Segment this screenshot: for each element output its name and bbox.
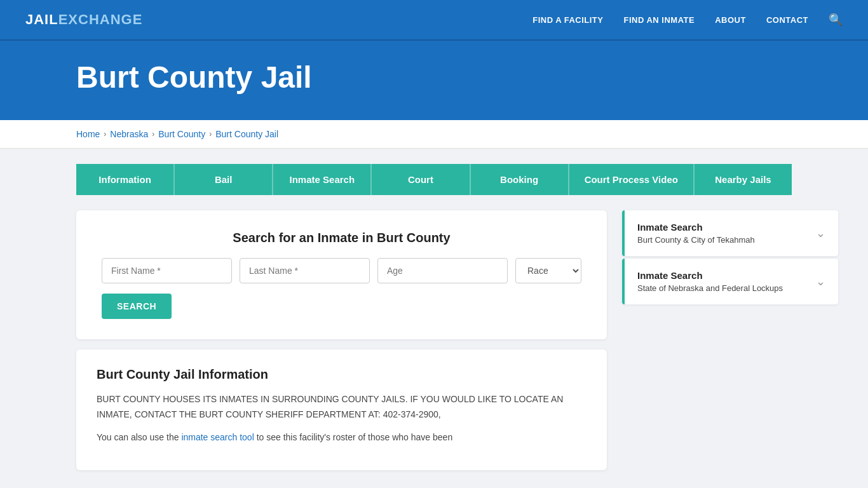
sidebar-card-1[interactable]: Inmate Search Burt County & City of Teka… (622, 210, 838, 256)
logo-exchange: EXCHANGE (58, 11, 143, 27)
race-select[interactable]: Race White Black Hispanic Asian Other (515, 258, 581, 283)
chevron-down-icon-1[interactable]: ⌄ (816, 226, 825, 240)
search-icon[interactable]: 🔍 (829, 13, 843, 27)
sidebar-card-2-title: Inmate Search (637, 270, 783, 281)
inmate-search-box: Search for an Inmate in Burt County Race… (76, 210, 607, 339)
tab-court-process-video[interactable]: Court Process Video (569, 164, 695, 195)
sidebar-card-1-title: Inmate Search (637, 222, 755, 233)
age-input[interactable] (377, 258, 508, 283)
sidebar-card-2-subtitle: State of Nebraska and Federal Lockups (637, 283, 783, 293)
nav-find-facility[interactable]: FIND A FACILITY (532, 15, 603, 25)
tab-information[interactable]: Information (76, 164, 175, 195)
nav-links: FIND A FACILITY FIND AN INMATE ABOUT CON… (532, 13, 843, 27)
breadcrumb-burt-county[interactable]: Burt County (158, 129, 205, 139)
tab-bail[interactable]: Bail (175, 164, 273, 195)
navbar: JAILEXCHANGE FIND A FACILITY FIND AN INM… (0, 0, 868, 41)
left-column: Search for an Inmate in Burt County Race… (76, 210, 607, 470)
info-para2-prefix: You can also use the (97, 432, 181, 442)
first-name-input[interactable] (102, 258, 232, 283)
breadcrumb-nebraska[interactable]: Nebraska (110, 129, 148, 139)
breadcrumb-sep-1: › (104, 130, 106, 139)
breadcrumb-sep-3: › (209, 130, 212, 139)
search-title: Search for an Inmate in Burt County (102, 231, 581, 245)
tab-nearby-jails[interactable]: Nearby Jails (695, 164, 792, 195)
tab-court[interactable]: Court (372, 164, 470, 195)
tab-inmate-search[interactable]: Inmate Search (273, 164, 372, 195)
inmate-search-link[interactable]: inmate search tool (181, 432, 254, 442)
chevron-down-icon-2[interactable]: ⌄ (816, 274, 825, 288)
breadcrumb-bar: Home › Nebraska › Burt County › Burt Cou… (0, 120, 868, 149)
info-paragraph-1: BURT COUNTY HOUSES ITS INMATES IN SURROU… (97, 392, 587, 423)
site-logo[interactable]: JAILEXCHANGE (25, 11, 142, 28)
right-sidebar: Inmate Search Burt County & City of Teka… (622, 210, 838, 470)
hero-section: Burt County Jail (0, 41, 868, 120)
breadcrumb-home[interactable]: Home (76, 129, 100, 139)
tabs-row: Information Bail Inmate Search Court Boo… (76, 164, 792, 195)
nav-about[interactable]: ABOUT (715, 15, 746, 25)
main-content: Search for an Inmate in Burt County Race… (0, 195, 868, 485)
breadcrumb: Home › Nebraska › Burt County › Burt Cou… (76, 129, 792, 139)
last-name-input[interactable] (240, 258, 370, 283)
info-para2-suffix: to see this facility's roster of those w… (254, 432, 452, 442)
search-fields: Race White Black Hispanic Asian Other (102, 258, 581, 283)
jail-info-box: Burt County Jail Information BURT COUNTY… (76, 349, 607, 470)
info-paragraph-2: You can also use the inmate search tool … (97, 430, 587, 445)
sidebar-card-2-text: Inmate Search State of Nebraska and Fede… (637, 270, 783, 293)
logo-jail: JAIL (25, 11, 58, 27)
info-title: Burt County Jail Information (97, 367, 587, 382)
nav-contact[interactable]: CONTACT (766, 15, 808, 25)
sidebar-card-1-subtitle: Burt County & City of Tekahmah (637, 235, 755, 245)
sidebar-card-2[interactable]: Inmate Search State of Nebraska and Fede… (622, 259, 838, 304)
sidebar-card-1-text: Inmate Search Burt County & City of Teka… (637, 222, 755, 245)
breadcrumb-jail[interactable]: Burt County Jail (215, 129, 278, 139)
tab-booking[interactable]: Booking (471, 164, 569, 195)
search-button[interactable]: SEARCH (102, 294, 172, 319)
nav-find-inmate[interactable]: FIND AN INMATE (623, 15, 695, 25)
page-title: Burt County Jail (76, 60, 792, 95)
breadcrumb-sep-2: › (152, 130, 154, 139)
tabs-bar: Information Bail Inmate Search Court Boo… (0, 149, 868, 195)
